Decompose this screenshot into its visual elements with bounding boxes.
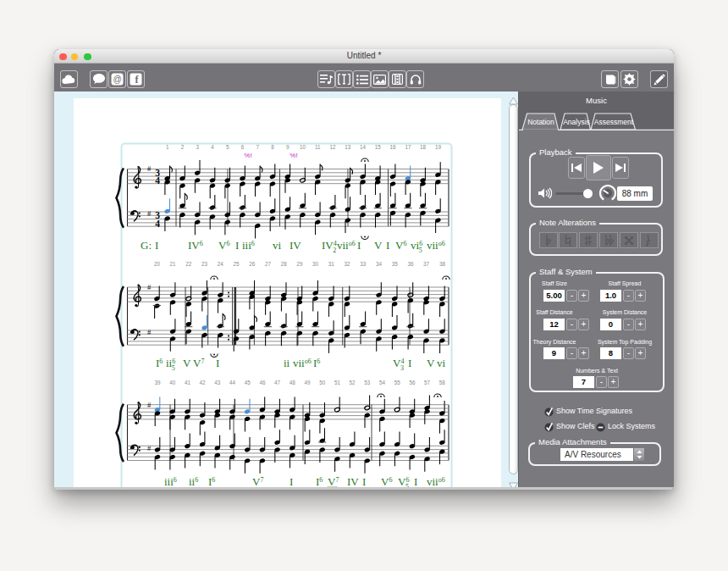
svg-text:V: V (427, 357, 435, 369)
svg-text:19: 19 (435, 144, 442, 150)
svg-text:13: 13 (345, 144, 351, 150)
svg-text:45: 45 (245, 380, 251, 385)
svg-text:vi65: vi65 (411, 239, 422, 254)
svg-text:Analysis: Analysis (563, 118, 590, 126)
svg-text:ii6: ii6 (189, 475, 198, 488)
svg-text:V7: V7 (252, 475, 263, 488)
svg-text:4: 4 (155, 219, 160, 229)
svg-text:#: # (147, 328, 152, 336)
svg-text:42: 42 (200, 380, 207, 385)
svg-text:55: 55 (394, 380, 401, 385)
svg-text:17: 17 (405, 144, 411, 150)
svg-text:15: 15 (375, 144, 382, 150)
svg-text:I: I (155, 239, 158, 252)
svg-text:14: 14 (360, 144, 367, 150)
svg-text:I: I (362, 475, 366, 488)
svg-text:IV: IV (347, 475, 359, 488)
svg-text:10: 10 (300, 144, 306, 150)
svg-text:5: 5 (226, 144, 229, 150)
svg-text:46: 46 (259, 380, 266, 385)
svg-text:11: 11 (315, 144, 321, 150)
svg-text:30: 30 (312, 261, 319, 267)
svg-text:53: 53 (364, 380, 371, 385)
svg-text:3: 3 (196, 144, 199, 150)
svg-text:9: 9 (286, 144, 290, 150)
svg-text:49: 49 (304, 380, 311, 385)
svg-text:I: I (235, 239, 239, 252)
svg-text:Assessment: Assessment (594, 118, 634, 126)
svg-text:40: 40 (169, 380, 176, 385)
svg-text:IV6: IV6 (188, 239, 203, 252)
svg-text:41: 41 (185, 380, 191, 385)
svg-text:7: 7 (256, 144, 260, 150)
svg-text:I: I (414, 475, 417, 488)
svg-text:8: 8 (271, 144, 274, 150)
svg-text:#: # (147, 209, 152, 218)
svg-text:1: 1 (166, 144, 169, 150)
svg-text:24: 24 (218, 261, 224, 267)
svg-text:IV: IV (290, 239, 301, 252)
svg-text:V: V (374, 239, 383, 252)
svg-text:22: 22 (185, 261, 192, 267)
svg-text:Music: Music (586, 96, 607, 105)
svg-text:#: # (147, 444, 152, 452)
svg-text:47: 47 (274, 380, 281, 385)
svg-text:51: 51 (334, 380, 341, 385)
svg-text:38: 38 (439, 261, 446, 267)
svg-text:27: 27 (265, 261, 272, 267)
svg-text:I6: I6 (316, 475, 323, 488)
svg-text:25: 25 (233, 261, 240, 267)
svg-text:33: 33 (360, 261, 367, 267)
svg-text:G:: G: (141, 239, 152, 252)
svg-text:ii65: ii65 (166, 357, 175, 372)
svg-text:48: 48 (290, 380, 296, 385)
svg-text:18: 18 (420, 144, 427, 150)
svg-text:vi: vi (437, 357, 446, 369)
svg-text:43: 43 (214, 380, 221, 385)
svg-text:viio6: viio6 (293, 357, 312, 369)
svg-text:12: 12 (330, 144, 337, 150)
svg-text:iii6: iii6 (242, 239, 255, 252)
svg-text:V7: V7 (328, 475, 339, 488)
svg-text:V6: V6 (395, 239, 406, 252)
svg-text:39: 39 (154, 380, 161, 385)
svg-text:57: 57 (424, 380, 431, 385)
svg-text:36: 36 (407, 261, 414, 267)
svg-text:I: I (216, 357, 219, 369)
svg-text:%!: %! (244, 152, 251, 159)
svg-text:V6: V6 (218, 239, 229, 252)
svg-text:V7: V7 (193, 357, 204, 369)
svg-text:ii: ii (284, 357, 290, 369)
svg-text:29: 29 (296, 261, 303, 267)
svg-text:2: 2 (181, 144, 185, 150)
svg-text:58: 58 (439, 380, 446, 385)
svg-text:56: 56 (409, 380, 416, 385)
svg-text:I: I (357, 239, 361, 252)
svg-text:28: 28 (281, 261, 288, 267)
svg-text:34: 34 (376, 261, 383, 267)
svg-text:31: 31 (328, 261, 335, 267)
svg-text:@: @ (113, 75, 121, 84)
svg-text:26: 26 (249, 261, 256, 267)
svg-text:V6: V6 (381, 475, 392, 488)
svg-text:23: 23 (201, 261, 208, 267)
svg-text:viio6: viio6 (337, 239, 356, 252)
svg-text:6: 6 (241, 144, 245, 150)
svg-text:viio6: viio6 (427, 475, 445, 488)
svg-text:32: 32 (344, 261, 350, 267)
svg-text:44: 44 (229, 380, 236, 385)
svg-text:50: 50 (319, 380, 326, 385)
svg-text:vi: vi (273, 239, 282, 252)
svg-text:52: 52 (350, 380, 356, 385)
svg-text:4: 4 (211, 144, 214, 150)
svg-text:I: I (290, 475, 293, 488)
svg-text:%!: %! (290, 152, 297, 159)
svg-text:I: I (408, 357, 411, 369)
svg-text:I6: I6 (156, 357, 163, 369)
svg-text:viio6: viio6 (427, 239, 445, 252)
svg-text:16: 16 (390, 144, 397, 150)
svg-text:35: 35 (392, 261, 399, 267)
svg-text:37: 37 (423, 261, 430, 267)
svg-text:iii6: iii6 (164, 475, 177, 488)
svg-text:IV42: IV42 (322, 239, 337, 254)
